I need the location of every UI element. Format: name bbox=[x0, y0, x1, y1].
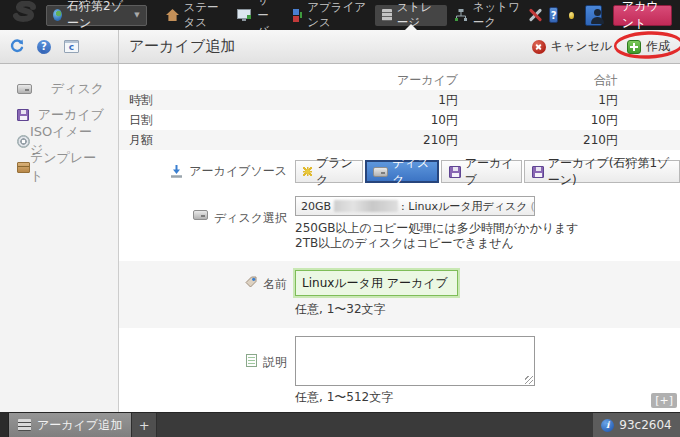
archive-source-row: アーカイブソース ブランク ディスク アーカイブ アーカイブ(石狩第1ゾ bbox=[119, 160, 680, 183]
menu-item-appliance[interactable]: アプライアンス bbox=[286, 5, 376, 26]
description-textarea[interactable] bbox=[295, 336, 535, 386]
resize-grip[interactable] bbox=[525, 376, 533, 384]
sidebar: ディスク アーカイブ ISOイメージ テンプレート bbox=[0, 64, 119, 412]
plus-icon bbox=[627, 40, 641, 54]
name-label: 名前 bbox=[119, 270, 295, 317]
pricing-table: アーカイブ 合計 時割 1円 1円 日割 10円 10円 月額 210円 210… bbox=[119, 70, 680, 150]
disk-icon bbox=[17, 84, 32, 94]
disk-select-dropdown[interactable]: 20GB : Linuxルータ用ディスク (virtio) ▼ bbox=[295, 196, 535, 216]
topbar: 石狩第2ゾーン ▼ ステータス サーバ アプライアンス ストレージ bbox=[0, 0, 680, 30]
blocks-icon bbox=[293, 9, 303, 22]
blank-icon bbox=[303, 167, 312, 176]
toolbar: ? c アーカイブ追加 キャンセル 作成 bbox=[0, 30, 680, 64]
table-row: 時割 1円 1円 bbox=[119, 90, 680, 110]
description-note: 任意, 1〜512文字 bbox=[295, 390, 680, 405]
floppy-icon bbox=[532, 166, 544, 178]
monitor-icon bbox=[237, 9, 252, 22]
create-button[interactable]: 作成 bbox=[627, 38, 670, 55]
new-tab-button[interactable]: + bbox=[132, 413, 157, 437]
main-menu: ステータス サーバ アプライアンス ストレージ ネットワーク bbox=[159, 5, 528, 26]
floppy-icon bbox=[17, 109, 29, 121]
source-option-disk[interactable]: ディスク bbox=[365, 160, 438, 183]
revision-badge: i 93c2604 bbox=[593, 413, 680, 437]
pricing-header-row: アーカイブ 合計 bbox=[119, 70, 680, 90]
chevron-down-icon: ▼ bbox=[134, 11, 139, 19]
toolbar-buttons: キャンセル 作成 bbox=[532, 38, 680, 55]
archive-source-options: ブランク ディスク アーカイブ アーカイブ(石狩第1ゾーン) bbox=[295, 160, 680, 183]
redacted-disk-id bbox=[334, 200, 398, 212]
menu-item-network[interactable]: ネットワーク bbox=[447, 5, 528, 26]
help-bubble-icon[interactable]: ? bbox=[37, 40, 51, 54]
description-label: 説明 bbox=[119, 336, 295, 405]
storage-icon bbox=[18, 419, 31, 431]
network-icon bbox=[454, 9, 468, 21]
table-row: 日割 10円 10円 bbox=[119, 110, 680, 130]
source-option-blank[interactable]: ブランク bbox=[295, 160, 363, 183]
name-input[interactable] bbox=[295, 270, 458, 296]
sakura-cloud-logo bbox=[6, 1, 44, 29]
box-icon bbox=[17, 162, 30, 173]
disk-note-1: 250GB以上のコピー処理には多少時間がかかります bbox=[295, 221, 680, 236]
page-title: アーカイブ追加 bbox=[129, 37, 235, 56]
home-icon bbox=[166, 9, 179, 21]
floppy-icon bbox=[449, 166, 461, 178]
user-button[interactable] bbox=[585, 5, 602, 26]
zone-selector[interactable]: 石狩第2ゾーン ▼ bbox=[46, 5, 147, 26]
disc-icon bbox=[17, 135, 30, 148]
sidebar-item-template[interactable]: テンプレート bbox=[0, 154, 118, 180]
disk-select-label: ディスク選択 bbox=[119, 196, 295, 251]
archive-source-label: アーカイブソース bbox=[119, 160, 295, 183]
tag-icon bbox=[245, 276, 257, 288]
bottombar: アーカイブ追加 + i 93c2604 bbox=[0, 412, 680, 437]
cancel-x-icon bbox=[532, 40, 546, 54]
storage-icon bbox=[382, 9, 392, 21]
main-panel: アーカイブ 合計 時割 1円 1円 日割 10円 10円 月額 210円 210… bbox=[119, 64, 680, 412]
disk-select-row: ディスク選択 20GB : Linuxルータ用ディスク (virtio) ▼ 2… bbox=[119, 196, 680, 251]
source-option-archive-zone1[interactable]: アーカイブ(石狩第1ゾーン) bbox=[524, 160, 680, 183]
tools-icon[interactable] bbox=[528, 7, 538, 23]
cancel-button[interactable]: キャンセル bbox=[532, 38, 612, 55]
disk-icon bbox=[373, 167, 388, 177]
import-icon bbox=[170, 165, 183, 178]
refresh-icon[interactable] bbox=[9, 39, 24, 54]
revision-text: 93c2604 bbox=[619, 418, 671, 432]
globe-icon bbox=[53, 9, 62, 21]
menu-item-status[interactable]: ステータス bbox=[159, 5, 231, 26]
disk-note-2: 2TB以上のディスクはコピーできません bbox=[295, 236, 680, 251]
notepad-icon bbox=[246, 354, 257, 367]
table-row: 月額 210円 210円 bbox=[119, 130, 680, 150]
description-row: 説明 任意, 1〜512文字 bbox=[119, 336, 680, 405]
menu-item-server[interactable]: サーバ bbox=[230, 5, 285, 26]
source-option-archive[interactable]: アーカイブ bbox=[441, 160, 522, 183]
notification-dot-icon bbox=[569, 12, 574, 19]
window-icon[interactable]: c bbox=[64, 40, 79, 53]
menu-item-storage[interactable]: ストレージ bbox=[375, 5, 447, 26]
sidebar-item-disk[interactable]: ディスク bbox=[0, 76, 118, 102]
bottombar-corner bbox=[0, 413, 9, 437]
help-icon[interactable]: ? bbox=[549, 7, 558, 23]
info-icon[interactable]: i bbox=[601, 419, 614, 432]
expand-button[interactable]: [+] bbox=[651, 393, 677, 408]
bottombar-spacer bbox=[157, 413, 593, 437]
tab-archive-add[interactable]: アーカイブ追加 bbox=[9, 413, 132, 437]
name-row: 名前 任意, 1〜32文字 bbox=[119, 261, 680, 328]
disk-icon bbox=[193, 210, 208, 220]
account-button[interactable]: アカウント bbox=[613, 5, 672, 26]
name-note: 任意, 1〜32文字 bbox=[295, 302, 680, 317]
zone-label: 石狩第2ゾーン bbox=[67, 0, 127, 32]
topbar-actions: ? アカウント bbox=[528, 5, 672, 26]
toolbar-icon-group: ? c bbox=[0, 30, 119, 63]
